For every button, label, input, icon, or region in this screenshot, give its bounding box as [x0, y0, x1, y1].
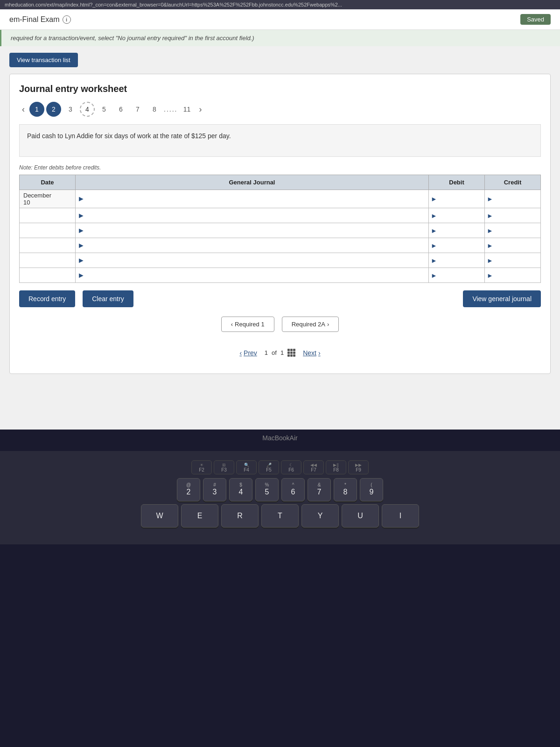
clear-entry-button[interactable]: Clear entry	[83, 290, 133, 307]
tab-11[interactable]: 11	[179, 102, 194, 117]
key-f6[interactable]: ☾ F6	[281, 460, 301, 474]
credit-input-5[interactable]	[495, 255, 540, 266]
key-9[interactable]: ( 9	[360, 478, 383, 501]
credit-cell-1[interactable]: ►	[485, 190, 541, 208]
row5-arrow[interactable]: ►	[76, 254, 87, 267]
debit-cell-4[interactable]: ►	[429, 238, 485, 253]
credit-arrow-4[interactable]: ►	[485, 241, 495, 250]
credit-input-6[interactable]	[495, 270, 540, 281]
key-I[interactable]: I	[382, 504, 419, 528]
key-f7[interactable]: ◀◀ F7	[303, 460, 324, 474]
credit-cell-2[interactable]: ►	[485, 208, 541, 223]
tab-6[interactable]: 6	[113, 102, 128, 117]
credit-input-3[interactable]	[495, 225, 540, 236]
row4-arrow[interactable]: ►	[76, 240, 87, 252]
key-7[interactable]: & 7	[308, 478, 331, 501]
debit-cell-1[interactable]: ►	[429, 190, 485, 208]
credit-input-2[interactable]	[495, 210, 540, 221]
journal-cell-6[interactable]: ►	[76, 268, 429, 283]
next-button[interactable]: Next ›	[303, 349, 320, 357]
debit-input-2[interactable]	[439, 210, 484, 221]
key-f6-label: F6	[288, 467, 294, 472]
tab-8[interactable]: 8	[147, 102, 162, 117]
key-E[interactable]: E	[181, 504, 218, 528]
key-f5[interactable]: 🎤 F5	[259, 460, 279, 474]
row2-arrow[interactable]: ►	[76, 210, 87, 222]
row1-arrow[interactable]: ►	[76, 193, 87, 205]
view-transaction-button[interactable]: View transaction list	[9, 53, 78, 67]
debit-input-4[interactable]	[439, 240, 484, 251]
debit-arrow-3[interactable]: ►	[429, 226, 439, 235]
next-tab-arrow[interactable]: ›	[196, 104, 204, 115]
key-Y[interactable]: Y	[301, 504, 339, 528]
key-5-bottom: 5	[265, 487, 269, 496]
key-f3[interactable]: ⊞ F3	[214, 460, 234, 474]
debit-input-5[interactable]	[439, 255, 484, 266]
key-W[interactable]: W	[141, 504, 178, 528]
credit-input-4[interactable]	[495, 240, 540, 251]
journal-cell-1[interactable]: ►	[76, 190, 429, 208]
tab-4[interactable]: 4	[80, 102, 95, 117]
view-general-journal-button[interactable]: View general journal	[463, 290, 541, 307]
journal-cell-4[interactable]: ►	[76, 238, 429, 253]
grid-icon[interactable]	[287, 349, 295, 357]
key-6[interactable]: ^ 6	[281, 478, 305, 501]
journal-input-1[interactable]	[87, 194, 428, 204]
credit-cell-3[interactable]: ►	[485, 223, 541, 238]
journal-cell-2[interactable]: ►	[76, 208, 429, 223]
journal-cell-3[interactable]: ►	[76, 223, 429, 238]
debit-input-6[interactable]	[439, 270, 484, 281]
debit-cell-2[interactable]: ►	[429, 208, 485, 223]
tab-3[interactable]: 3	[63, 102, 78, 117]
info-icon[interactable]: i	[63, 15, 71, 24]
debit-cell-6[interactable]: ►	[429, 268, 485, 283]
credit-arrow-1[interactable]: ►	[485, 194, 495, 204]
journal-input-2[interactable]	[87, 210, 428, 221]
debit-cell-3[interactable]: ►	[429, 223, 485, 238]
key-f2[interactable]: ☀ F2	[191, 460, 212, 474]
key-f9[interactable]: ▶▶ F9	[348, 460, 369, 474]
key-T[interactable]: T	[261, 504, 299, 528]
debit-input-3[interactable]	[439, 225, 484, 236]
debit-arrow-2[interactable]: ►	[429, 211, 439, 220]
credit-arrow-3[interactable]: ►	[485, 226, 495, 235]
tab-5[interactable]: 5	[97, 102, 112, 117]
key-8[interactable]: * 8	[334, 478, 357, 501]
debit-arrow-6[interactable]: ►	[429, 271, 439, 280]
key-5[interactable]: % 5	[255, 478, 279, 501]
key-2[interactable]: @ 2	[177, 478, 200, 501]
tab-2[interactable]: 2	[46, 102, 61, 117]
debit-arrow-1[interactable]: ►	[429, 194, 439, 204]
row3-arrow[interactable]: ►	[76, 225, 87, 237]
key-4[interactable]: $ 4	[229, 478, 252, 501]
debit-input-1[interactable]	[439, 194, 484, 204]
required-2a-button[interactable]: Required 2A ›	[282, 317, 339, 332]
prev-tab-arrow[interactable]: ‹	[19, 104, 28, 115]
journal-input-4[interactable]	[87, 240, 428, 251]
credit-arrow-5[interactable]: ►	[485, 256, 495, 265]
credit-cell-6[interactable]: ►	[485, 268, 541, 283]
credit-cell-5[interactable]: ►	[485, 253, 541, 268]
record-entry-button[interactable]: Record entry	[19, 290, 75, 307]
credit-input-1[interactable]	[495, 194, 540, 204]
required-1-button[interactable]: ‹ Required 1	[221, 317, 274, 332]
key-R[interactable]: R	[221, 504, 259, 528]
credit-arrow-2[interactable]: ►	[485, 211, 495, 220]
key-3[interactable]: # 3	[203, 478, 226, 501]
key-f4[interactable]: 🔍 F4	[236, 460, 257, 474]
journal-input-5[interactable]	[87, 255, 428, 266]
credit-cell-4[interactable]: ►	[485, 238, 541, 253]
credit-arrow-6[interactable]: ►	[485, 271, 495, 280]
debit-arrow-5[interactable]: ►	[429, 256, 439, 265]
debit-arrow-4[interactable]: ►	[429, 241, 439, 250]
tab-7[interactable]: 7	[130, 102, 145, 117]
key-U[interactable]: U	[342, 504, 379, 528]
key-f8[interactable]: ▶|| F8	[326, 460, 346, 474]
tab-1[interactable]: 1	[29, 102, 44, 117]
journal-cell-5[interactable]: ►	[76, 253, 429, 268]
debit-cell-5[interactable]: ►	[429, 253, 485, 268]
journal-input-3[interactable]	[87, 225, 428, 236]
journal-input-6[interactable]	[87, 270, 428, 281]
row6-arrow[interactable]: ►	[76, 269, 87, 282]
prev-button[interactable]: ‹ Prev	[239, 349, 257, 357]
